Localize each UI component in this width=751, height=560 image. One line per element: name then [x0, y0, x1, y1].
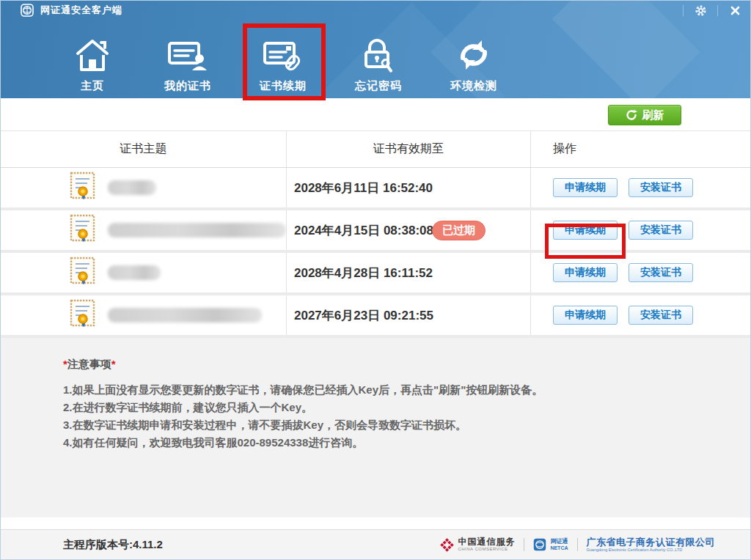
titlebar-separator — [683, 5, 684, 16]
expiry-date: 2028年6月11日 16:52:40 — [287, 168, 531, 207]
renew-button[interactable]: 申请续期 — [553, 221, 618, 240]
certificate-subject-redacted — [108, 223, 286, 237]
refresh-label: 刷新 — [642, 108, 664, 122]
footer: 主程序版本号:4.11.2 中国通信服务 CHINA COMSERVICE — [1, 529, 750, 559]
expired-badge: 已过期 — [432, 221, 486, 240]
nav-item-certificate-renewal[interactable]: 证书续期 — [235, 29, 331, 93]
footer-logos: 中国通信服务 CHINA COMSERVICE 网证通 NETCA 广东省电子商… — [440, 537, 715, 552]
logo-label-cn: 广东省电子商务认证有限公司 — [587, 537, 716, 548]
certificate-subject-redacted — [108, 308, 262, 323]
column-header-expiry: 证书有效期至 — [287, 131, 531, 167]
logo-label-cn: 中国通信服务 — [458, 537, 515, 547]
certificate-seal-icon — [70, 299, 96, 331]
app-title: 网证通安全客户端 — [40, 4, 122, 17]
nav-item-my-certificates[interactable]: 我的证书 — [140, 29, 235, 93]
gdca-logo: 广东省电子商务认证有限公司 Guangdong Electronic Certi… — [587, 537, 716, 552]
sync-arrows-icon — [426, 29, 521, 73]
logo-separator — [524, 538, 524, 551]
nav-label: 环境检测 — [426, 79, 521, 93]
window-controls — [675, 1, 744, 20]
note-item: 2.在进行数字证书续期前，建议您只插入一个Key。 — [63, 399, 721, 416]
table-row: 2024年4月15日 08:38:08 已过期 申请续期 安装证书 — [1, 210, 750, 253]
nav-label: 证书续期 — [235, 79, 331, 93]
netca-emblem-icon — [21, 4, 34, 17]
version-label: 主程序版本号:4.11.2 — [63, 538, 163, 552]
netca-logo: 网证通 NETCA — [533, 538, 568, 551]
logo-label-en: CHINA COMSERVICE — [458, 547, 515, 552]
id-card-person-icon — [140, 29, 235, 73]
certificate-subject-redacted — [108, 180, 156, 195]
table-row: 2027年6月23日 09:21:55 申请续期 安装证书 — [1, 295, 750, 338]
renew-button[interactable]: 申请续期 — [553, 306, 618, 325]
expiry-date: 2024年4月15日 08:38:08 — [294, 222, 433, 239]
logo-separator — [577, 538, 578, 551]
certificate-seal-icon — [70, 214, 96, 246]
certificate-seal-icon — [70, 257, 96, 289]
expiry-date: 2027年6月23日 09:21:55 — [287, 295, 531, 335]
close-icon[interactable] — [725, 2, 744, 18]
notes-section: *注意事项* 1.如果上面没有显示您要更新的数字证书，请确保您已经插入Key后，… — [1, 338, 750, 517]
nav-label: 我的证书 — [140, 79, 235, 93]
install-certificate-button[interactable]: 安装证书 — [629, 221, 693, 240]
home-icon — [45, 29, 140, 73]
logo-label-en: Guangdong Electronic Certification Autho… — [587, 548, 716, 552]
refresh-button[interactable]: 刷新 — [608, 105, 681, 125]
table-header-row: 证书主题 证书有效期至 操作 — [1, 131, 750, 168]
certificate-subject-redacted — [108, 265, 161, 280]
certificate-seal-icon — [70, 172, 96, 204]
titlebar: 网证通安全客户端 — [1, 1, 750, 20]
nav-label: 忘记密码 — [331, 79, 426, 93]
china-comservice-logo: 中国通信服务 CHINA COMSERVICE — [440, 537, 515, 552]
refresh-icon — [626, 109, 637, 121]
main-nav: 主页 我的证书 — [1, 29, 750, 93]
note-item: 3.在数字证书续期申请和安装过程中，请不要插拔Key，否则会导致数字证书损坏。 — [63, 416, 721, 434]
titlebar-separator — [717, 5, 718, 16]
certificate-table: 证书主题 证书有效期至 操作 2028年6月11日 — [1, 131, 750, 338]
header: 网证通安全客户端 — [1, 1, 750, 98]
nav-item-environment-check[interactable]: 环境检测 — [426, 29, 521, 93]
renew-button[interactable]: 申请续期 — [553, 263, 618, 282]
install-certificate-button[interactable]: 安装证书 — [629, 178, 693, 197]
logo-label-en: NETCA — [550, 545, 568, 551]
note-item: 4.如有任何疑问，欢迎致电我司客服020-89524338进行咨询。 — [63, 434, 721, 452]
lock-wrench-icon — [331, 29, 426, 73]
notes-title: *注意事项* — [63, 358, 721, 372]
notes-list: 1.如果上面没有显示您要更新的数字证书，请确保您已经插入Key后，再点击"刷新"… — [63, 381, 721, 452]
table-row: 2028年4月28日 16:11:52 申请续期 安装证书 — [1, 253, 750, 295]
renew-button[interactable]: 申请续期 — [553, 178, 618, 197]
toolbar-row: 刷新 — [1, 98, 750, 131]
nav-item-forgot-password[interactable]: 忘记密码 — [331, 29, 426, 93]
logo-label-cn: 网证通 — [550, 539, 568, 545]
gear-icon[interactable] — [691, 2, 710, 18]
card-paperclip-icon — [235, 29, 331, 73]
install-certificate-button[interactable]: 安装证书 — [629, 306, 693, 325]
table-row: 2028年6月11日 16:52:40 申请续期 安装证书 — [1, 168, 750, 210]
note-item: 1.如果上面没有显示您要更新的数字证书，请确保您已经插入Key后，再点击"刷新"… — [63, 381, 721, 399]
install-certificate-button[interactable]: 安装证书 — [629, 263, 693, 282]
asterisk: * — [111, 358, 116, 370]
column-header-actions: 操作 — [531, 131, 750, 167]
nav-label: 主页 — [45, 79, 140, 93]
column-header-subject: 证书主题 — [1, 131, 287, 167]
app-window: 网证通安全客户端 — [0, 0, 751, 560]
nav-item-home[interactable]: 主页 — [45, 29, 140, 93]
expiry-date: 2028年4月28日 16:11:52 — [287, 253, 531, 292]
